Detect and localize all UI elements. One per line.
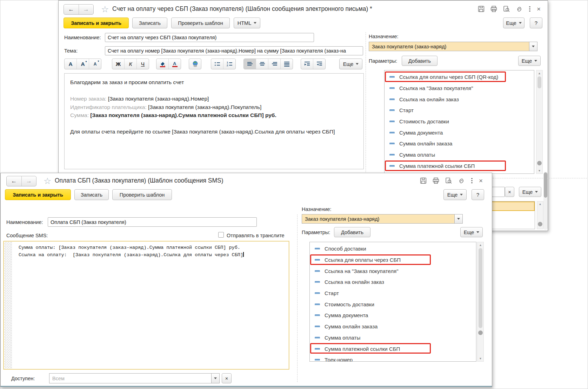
subject-input[interactable] [105, 46, 363, 55]
scroll-down-icon[interactable]: ▼ [477, 357, 483, 360]
forward-button[interactable]: → [79, 5, 94, 14]
insert-link-globe-icon[interactable] [189, 59, 201, 69]
bullet-list-button[interactable] [211, 59, 223, 69]
print-icon[interactable] [432, 177, 440, 184]
scroll-up-icon[interactable]: ▲ [477, 244, 483, 247]
parameter-item[interactable]: Ссылка на "Заказ покупателя" [310, 265, 476, 277]
check-template-button[interactable]: Проверить шаблон [112, 189, 172, 200]
parameter-item[interactable]: Старт [385, 105, 534, 116]
font-color-button[interactable]: A [169, 59, 181, 69]
link-icon[interactable] [515, 5, 523, 13]
scrollbar-grip[interactable] [537, 161, 542, 165]
parameter-item[interactable]: Способ доставки [310, 243, 476, 254]
save-button[interactable]: Записать [132, 18, 167, 28]
combo-dropdown-button[interactable] [529, 42, 537, 51]
pane-splitter[interactable] [297, 214, 298, 382]
back-button[interactable]: ← [64, 5, 79, 14]
italic-button[interactable]: К [125, 59, 137, 69]
purpose-combobox[interactable]: Заказ покупателя (заказ-наряд) [302, 214, 463, 224]
parameter-item[interactable]: Стоимость доставки [310, 299, 476, 310]
more-button[interactable]: Еще [443, 189, 467, 200]
more-button[interactable]: Еще [503, 18, 524, 28]
save-button[interactable]: Записать [74, 189, 109, 200]
favorite-star-icon[interactable]: ☆ [44, 177, 51, 185]
numbered-list-button[interactable]: 12 [223, 59, 235, 69]
align-justify-button[interactable] [281, 59, 293, 69]
add-parameter-button[interactable]: Добавить [334, 227, 370, 237]
parameter-item[interactable]: Сумма оплаты [310, 332, 476, 343]
parameter-item[interactable]: Сумма платежной ссылки СБП [310, 343, 476, 354]
save-and-close-button[interactable]: Записать и закрыть [5, 189, 71, 200]
clear-icon[interactable]: × [222, 373, 232, 383]
parameter-item[interactable]: Ссылка на онлайн заказ [385, 94, 534, 105]
indent-increase-button[interactable] [301, 59, 313, 69]
parameter-item[interactable]: Сумма документа [310, 310, 476, 321]
preview-icon[interactable] [445, 177, 452, 184]
parameter-item[interactable]: Сумма документа [385, 127, 534, 138]
align-right-button[interactable] [268, 59, 281, 69]
font-button[interactable]: A [65, 59, 77, 69]
align-left-button[interactable] [244, 59, 256, 69]
scroll-up-icon[interactable]: ▲ [537, 203, 543, 206]
params-more-button[interactable]: Еще [460, 227, 483, 237]
params-scrollbar[interactable]: ▲ ▼ [536, 70, 543, 174]
parameter-item[interactable]: Сумма онлайн заказа [385, 138, 534, 149]
combo-dropdown-button[interactable] [455, 214, 463, 224]
help-button[interactable]: ? [530, 18, 542, 28]
scrollbar-thumb[interactable] [544, 172, 547, 198]
combo-dropdown-button[interactable] [212, 373, 220, 383]
kebab-menu-icon[interactable] [528, 6, 532, 12]
purpose-combobox[interactable]: Заказ покупателя (заказ-наряд) [369, 42, 537, 51]
save-icon[interactable] [477, 5, 485, 13]
translit-checkbox[interactable] [218, 232, 224, 238]
parameter-item[interactable]: Ссылка для оплаты через СБП (QR-код) [385, 71, 534, 83]
parameter-item[interactable]: Старт [310, 288, 476, 299]
add-parameter-button[interactable]: Добавить [402, 56, 437, 66]
params-more-button[interactable]: Еще [518, 56, 541, 66]
close-icon[interactable]: × [479, 177, 483, 184]
name-input[interactable] [105, 33, 314, 42]
print-icon[interactable] [490, 5, 497, 13]
scrollbar-grip[interactable] [478, 330, 483, 335]
link-icon[interactable] [457, 177, 465, 184]
forward-button[interactable]: → [22, 176, 36, 186]
parameter-item[interactable]: Сумма оплаты [385, 149, 534, 161]
back-button[interactable]: ← [7, 176, 22, 186]
parameter-item[interactable]: Ссылка на "Заказ покупателя" [385, 83, 534, 94]
preview-icon[interactable] [503, 5, 510, 13]
available-combobox[interactable]: Всем [49, 373, 220, 383]
scrollbar-grip[interactable] [538, 222, 542, 226]
window-scrollbar[interactable] [543, 172, 548, 230]
parameter-item[interactable]: Сумма платежной ссылки СБП [385, 161, 534, 172]
font-size-down-button[interactable]: A▼ [89, 59, 101, 69]
underline-button[interactable]: Ч [137, 59, 149, 69]
help-button[interactable]: ? [472, 189, 484, 200]
bold-button[interactable]: Ж [112, 59, 125, 69]
scroll-up-icon[interactable]: ▲ [536, 72, 542, 75]
align-center-button[interactable] [256, 59, 268, 69]
kebab-menu-icon[interactable] [470, 178, 474, 184]
format-more-button[interactable]: Еще [339, 59, 362, 69]
fragment-scrollbar[interactable]: ▲ [537, 201, 543, 229]
parameter-item[interactable]: Трек-номер [310, 354, 476, 362]
email-body-editor[interactable]: Благодарим за заказ и просим оплатить сч… [64, 73, 364, 169]
parameter-item[interactable]: Сумма онлайн заказа [310, 321, 476, 332]
indent-decrease-button[interactable] [313, 59, 325, 69]
sms-message-editor[interactable]: Сумма оплаты: [Заказ покупателя (заказ-н… [4, 241, 289, 369]
highlight-color-button[interactable] [156, 59, 169, 69]
scroll-down-icon[interactable]: ▼ [536, 169, 542, 172]
favorite-star-icon[interactable]: ☆ [101, 5, 109, 14]
html-mode-button[interactable]: HTML [234, 18, 260, 28]
params-scrollbar[interactable]: ▲ ▼ [477, 242, 484, 362]
parameter-item[interactable]: Ссылка на онлайн заказ [310, 277, 476, 288]
parameter-item[interactable]: Ссылка для оплаты через СБП [310, 254, 476, 266]
save-icon[interactable] [420, 177, 427, 184]
save-and-close-button[interactable]: Записать и закрыть [64, 18, 129, 28]
parameter-item[interactable]: Стоимость доставки [385, 116, 534, 127]
clear-icon[interactable]: × [505, 187, 514, 197]
scrollbar-thumb[interactable] [537, 76, 541, 88]
name-input[interactable] [48, 217, 257, 227]
scrollbar-thumb[interactable] [479, 248, 482, 328]
font-size-up-button[interactable]: A▲ [77, 59, 89, 69]
fragment-more-button[interactable]: Еще [519, 187, 541, 197]
